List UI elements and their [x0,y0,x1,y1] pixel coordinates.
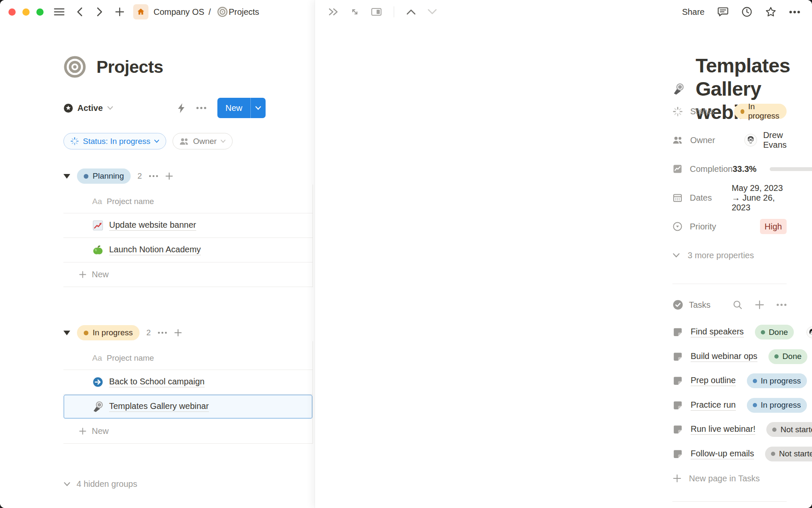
breadcrumb-home[interactable] [133,4,148,19]
property-dates-value[interactable]: May 29, 2023 → June 26, 2023 [732,183,787,213]
chart-rollup-icon [672,164,683,174]
task-assignee[interactable]: Andrea Lim [807,326,812,338]
database-title[interactable]: Projects [96,57,163,77]
group-in-progress-new-row[interactable]: New [63,419,313,444]
breadcrumb-workspace[interactable]: Company OS [154,7,204,17]
project-row-templates-gallery-webinar[interactable]: Templates Gallery webinar [63,395,313,419]
zoom-window-button[interactable] [36,8,44,16]
group-options-button[interactable] [149,175,158,177]
more-properties-toggle[interactable]: 3 more properties [672,241,787,270]
group-planning-new-row[interactable]: New [63,262,313,287]
property-priority[interactable]: Priority High [672,212,787,241]
property-completion-label[interactable]: Completion [672,164,732,174]
task-row-follow-up-emails[interactable]: Follow-up emails Not started Drew Evans … [672,442,787,467]
group-options-button[interactable] [158,331,167,334]
peek-mode-button[interactable] [371,7,382,17]
task-row-build-webinar-ops[interactable]: Build webinar ops Done Sam Baldwin June … [672,345,787,369]
group-toggle-icon[interactable] [63,331,70,335]
back-button[interactable] [76,7,84,17]
side-peek-icon [371,7,382,17]
favorite-button[interactable] [765,6,776,17]
tasks-options-button[interactable] [776,304,787,306]
property-owner-value[interactable]: Drew Evans [744,130,787,150]
property-completion-value[interactable]: 33.3% [732,164,812,174]
task-row-practice-run[interactable]: Practice run In progress Zoe Ludwig June… [672,393,787,418]
new-record-button[interactable]: New [217,98,266,118]
new-tab-button[interactable] [115,7,125,17]
task-title[interactable]: Follow-up emails [691,449,754,459]
view-tab-active[interactable]: Active [63,103,113,113]
text-property-icon: Aa [92,353,102,363]
arrow-circle-icon [92,376,104,388]
new-page-in-tasks-button[interactable]: New page in Tasks [672,466,787,491]
property-status[interactable]: Status In progress [672,97,787,126]
filter-chip-status[interactable]: Status: In progress [63,133,166,149]
filter-chip-owner[interactable]: Owner [173,133,233,149]
project-row-update-website-banner[interactable]: Update website banner [63,213,313,238]
priority-badge[interactable]: High [760,219,787,234]
tasks-title-link[interactable]: Tasks [672,299,710,310]
page-icon [672,400,683,411]
updates-history-button[interactable] [741,6,752,17]
new-record-label[interactable]: New [217,98,250,118]
task-row-find-speakers[interactable]: Find speakers Done Andrea Lim May 29, 20… [672,320,787,345]
page-options-button[interactable] [789,11,800,14]
tasks-add-button[interactable] [754,300,765,310]
group-in-progress: In progress 2 Aa Project name Back to Sc… [63,324,313,444]
property-dates-label[interactable]: Dates [672,193,732,203]
view-options-button[interactable] [196,107,206,109]
task-status-badge[interactable]: In progress [747,373,807,388]
task-status-badge[interactable]: Not started [765,447,812,461]
task-title[interactable]: Practice run [691,400,736,411]
task-row-prep-outline[interactable]: Prep outline In progress Zoe Ludwig June… [672,369,787,393]
breadcrumb-page-icon-wrap [217,6,228,17]
property-status-value[interactable]: In progress [734,104,787,119]
close-window-button[interactable] [8,8,16,16]
share-button[interactable]: Share [682,7,705,17]
group-in-progress-pill[interactable]: In progress [77,325,140,340]
sidebar-menu-button[interactable] [54,7,65,17]
new-record-dropdown[interactable] [250,98,266,118]
property-priority-value[interactable]: High [760,219,787,234]
hidden-groups-toggle[interactable]: 4 hidden groups [63,479,137,489]
group-toggle-icon[interactable] [63,174,70,179]
breadcrumb-separator: / [208,7,211,17]
tasks-search-button[interactable] [732,300,743,310]
task-status-badge[interactable]: In progress [747,398,807,413]
task-title[interactable]: Build webinar ops [691,351,757,362]
task-row-run-live-webinar[interactable]: Run live webinar! Not started Nate Marti… [672,417,787,442]
project-row-launch-notion-academy[interactable]: Launch Notion Academy [63,238,313,262]
task-title[interactable]: Find speakers [691,327,744,337]
group-add-button[interactable] [165,172,173,180]
task-title[interactable]: Run live webinar! [691,424,755,435]
automations-button[interactable] [177,103,185,113]
column-header-project-name[interactable]: Aa Project name [63,341,313,370]
property-completion[interactable]: Completion 33.3% [672,155,787,183]
project-row-back-to-school[interactable]: Back to School campaign [63,370,313,395]
column-header-project-name[interactable]: Aa Project name [63,185,313,213]
breadcrumb-page[interactable]: Projects [229,7,259,17]
next-record-button[interactable] [427,9,437,15]
property-status-label[interactable]: Status [672,106,734,117]
close-peek-button[interactable] [328,7,339,17]
previous-record-button[interactable] [406,9,416,15]
forward-button[interactable] [95,7,104,17]
task-title[interactable]: Prep outline [691,375,736,386]
property-owner[interactable]: Owner Drew Evans [672,126,787,155]
breadcrumb-page-wrap: Projects [229,7,259,17]
minimize-window-button[interactable] [22,8,30,16]
target-icon [63,55,86,78]
task-status-badge[interactable]: Done [755,325,794,340]
property-dates[interactable]: Dates May 29, 2023 → June 26, 2023 [672,183,787,212]
group-planning-pill[interactable]: Planning [77,168,131,184]
task-status-badge[interactable]: Not started [766,422,812,437]
section-divider [672,284,787,284]
task-status-badge[interactable]: Done [768,349,807,364]
property-owner-label[interactable]: Owner [672,135,744,145]
expand-page-button[interactable] [350,7,360,17]
status-badge[interactable]: In progress [734,104,787,119]
group-add-button[interactable] [174,329,182,337]
avatar-andrea-lim [807,327,812,338]
property-priority-label[interactable]: Priority [672,221,760,232]
comments-button[interactable] [717,6,729,17]
